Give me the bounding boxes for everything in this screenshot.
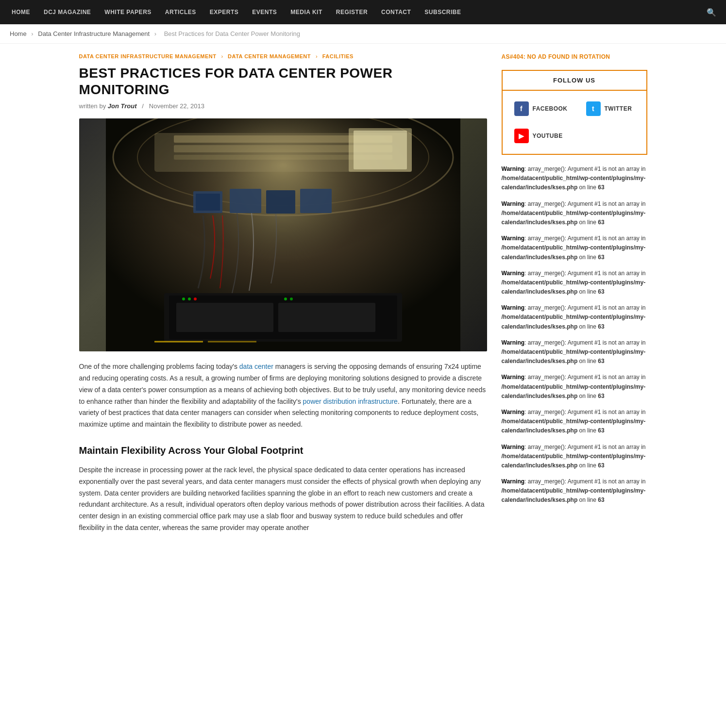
article-image-svg: [79, 118, 487, 351]
warning-label: Warning: [502, 339, 525, 346]
nav-home[interactable]: HOME: [5, 0, 37, 24]
category-dcim[interactable]: DATA CENTER INFRASTRUCTURE MANAGEMENT: [79, 53, 217, 59]
warning-text: : array_merge(): Argument #1 is not an a…: [524, 235, 645, 242]
warning-path: /home/datacent/public_html/wp-content/pl…: [502, 383, 646, 399]
svg-rect-11: [196, 194, 220, 211]
data-center-link[interactable]: data center: [239, 363, 273, 370]
category-dcm[interactable]: DATA CENTER MANAGEMENT: [228, 53, 311, 59]
warning-label: Warning: [502, 235, 525, 242]
warning-line-num: 63: [598, 288, 604, 295]
nav-articles[interactable]: ARTICLES: [158, 0, 203, 24]
svg-rect-17: [176, 303, 273, 332]
breadcrumb-current: Best Practices for Data Center Power Mon…: [164, 30, 300, 37]
warning-line-num: 63: [598, 496, 604, 503]
warning-label: Warning: [502, 165, 525, 172]
nav-media-kit[interactable]: MEDIA KIT: [284, 0, 329, 24]
category-facilities[interactable]: FACILITIES: [322, 53, 354, 59]
follow-us-box: FOLLOW US f FACEBOOK t TWITTER ▶ YOUTUBE: [502, 70, 647, 155]
breadcrumb: Home › Data Center Infrastructure Manage…: [0, 24, 726, 44]
warning-path: /home/datacent/public_html/wp-content/pl…: [502, 348, 646, 364]
warning-label: Warning: [502, 200, 525, 207]
nav-register[interactable]: REGISTER: [329, 0, 374, 24]
nav-contact[interactable]: CONTACT: [374, 0, 418, 24]
warning-label: Warning: [502, 304, 525, 311]
nav-dcj-magazine[interactable]: DCJ MAGAZINE: [37, 0, 98, 24]
follow-us-header: FOLLOW US: [503, 71, 646, 91]
warning-path: /home/datacent/public_html/wp-content/pl…: [502, 453, 646, 469]
youtube-button[interactable]: ▶ YOUTUBE: [507, 125, 570, 147]
nav-white-papers[interactable]: WHITE PAPERS: [98, 0, 158, 24]
svg-rect-18: [278, 303, 375, 332]
warning-line-text: on line: [577, 323, 598, 330]
cat-sep-1: ›: [221, 53, 223, 59]
warning-text: : array_merge(): Argument #1 is not an a…: [524, 339, 645, 346]
warning-label: Warning: [502, 374, 525, 381]
breadcrumb-sep-2: ›: [154, 30, 156, 37]
twitter-icon: t: [586, 101, 601, 116]
svg-rect-12: [230, 189, 261, 213]
svg-point-21: [182, 298, 185, 300]
breadcrumb-home[interactable]: Home: [10, 30, 27, 37]
warning-line-text: on line: [577, 462, 598, 469]
youtube-label: YOUTUBE: [533, 132, 563, 139]
breadcrumb-sep-1: ›: [31, 30, 33, 37]
warning-text: : array_merge(): Argument #1 is not an a…: [524, 374, 645, 381]
article-byline: written by Jon Trout / November 22, 2013: [79, 102, 487, 110]
twitter-label: TWITTER: [605, 105, 632, 112]
main-content: DATA CENTER INFRASTRUCTURE MANAGEMENT › …: [79, 53, 487, 542]
warning-line-num: 63: [598, 393, 604, 399]
sidebar: AS#404: NO AD FOUND IN ROTATION FOLLOW U…: [502, 53, 647, 542]
warning-line-num: 63: [598, 219, 604, 226]
svg-rect-9: [354, 131, 407, 169]
warning-line-num: 63: [598, 254, 604, 261]
warning-text: : array_merge(): Argument #1 is not an a…: [524, 165, 645, 172]
follow-us-content: f FACEBOOK t TWITTER ▶ YOUTUBE: [503, 91, 646, 154]
written-by-label: written by: [79, 102, 106, 110]
warning-block-7: Warning: array_merge(): Argument #1 is n…: [502, 408, 647, 436]
twitter-button[interactable]: t TWITTER: [579, 98, 639, 120]
svg-rect-13: [266, 190, 295, 214]
warning-label: Warning: [502, 270, 525, 277]
svg-point-25: [290, 298, 293, 300]
nav-events[interactable]: EVENTS: [245, 0, 284, 24]
facebook-icon: f: [514, 101, 529, 116]
warning-block-0: Warning: array_merge(): Argument #1 is n…: [502, 165, 647, 193]
article-categories: DATA CENTER INFRASTRUCTURE MANAGEMENT › …: [79, 53, 487, 59]
warning-path: /home/datacent/public_html/wp-content/pl…: [502, 487, 646, 503]
warning-block-4: Warning: array_merge(): Argument #1 is n…: [502, 303, 647, 331]
warnings-container: Warning: array_merge(): Argument #1 is n…: [502, 165, 647, 505]
facebook-button[interactable]: f FACEBOOK: [507, 98, 574, 120]
warning-label: Warning: [502, 409, 525, 415]
ad-notice: AS#404: NO AD FOUND IN ROTATION: [502, 53, 647, 60]
main-nav: HOME DCJ MAGAZINE WHITE PAPERS ARTICLES …: [0, 0, 726, 24]
warning-path: /home/datacent/public_html/wp-content/pl…: [502, 418, 646, 434]
svg-point-24: [284, 298, 287, 300]
warning-line-num: 63: [598, 462, 604, 469]
breadcrumb-parent[interactable]: Data Center Infrastructure Management: [38, 30, 150, 37]
page-layout: DATA CENTER INFRASTRUCTURE MANAGEMENT › …: [72, 44, 655, 551]
warning-text: : array_merge(): Argument #1 is not an a…: [524, 270, 645, 277]
warning-line-num: 63: [598, 427, 604, 434]
warning-line-text: on line: [577, 184, 598, 191]
warning-block-6: Warning: array_merge(): Argument #1 is n…: [502, 373, 647, 401]
warning-text: : array_merge(): Argument #1 is not an a…: [524, 409, 645, 415]
article-paragraph-1: One of the more challenging problems fac…: [79, 361, 487, 430]
warning-text: : array_merge(): Argument #1 is not an a…: [524, 304, 645, 311]
search-icon[interactable]: 🔍: [702, 8, 721, 17]
pdi-link[interactable]: power distribution infrastructure: [303, 397, 398, 405]
article-body: One of the more challenging problems fac…: [79, 361, 487, 534]
warning-line-text: on line: [577, 496, 598, 503]
facebook-label: FACEBOOK: [533, 105, 568, 112]
article-paragraph-2: Despite the increase in processing power…: [79, 464, 487, 534]
nav-subscribe[interactable]: SUBSCRIBE: [418, 0, 468, 24]
warning-path: /home/datacent/public_html/wp-content/pl…: [502, 314, 646, 330]
nav-experts[interactable]: EXPERTS: [203, 0, 246, 24]
warning-block-1: Warning: array_merge(): Argument #1 is n…: [502, 199, 647, 228]
warning-block-5: Warning: array_merge(): Argument #1 is n…: [502, 338, 647, 366]
youtube-icon: ▶: [514, 129, 529, 143]
warning-line-text: on line: [577, 254, 598, 261]
warning-path: /home/datacent/public_html/wp-content/pl…: [502, 244, 646, 260]
section-heading: Maintain Flexibility Across Your Global …: [79, 442, 487, 459]
warning-block-8: Warning: array_merge(): Argument #1 is n…: [502, 443, 647, 471]
warning-text: : array_merge(): Argument #1 is not an a…: [524, 444, 645, 450]
